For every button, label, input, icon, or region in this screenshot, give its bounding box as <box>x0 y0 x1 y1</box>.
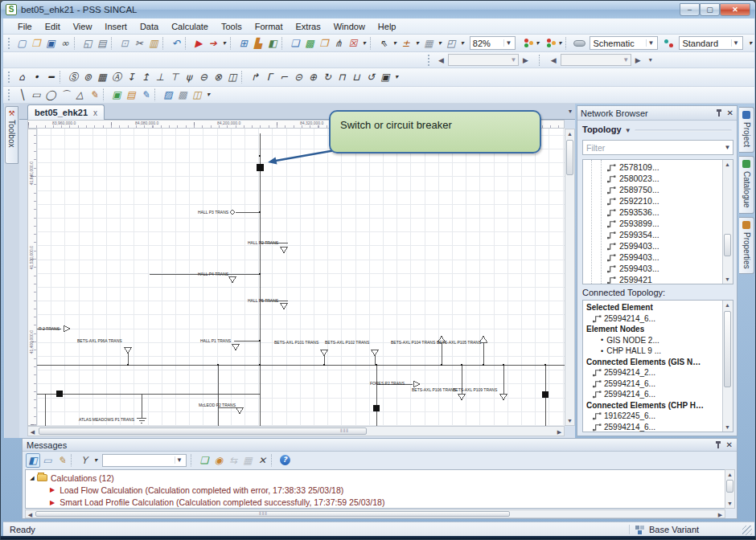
element-tool-button[interactable]: ⊕ <box>306 70 320 84</box>
element-tool-button[interactable]: ▦ <box>95 70 109 84</box>
menu-item[interactable]: Edit <box>39 20 67 33</box>
side-panel-tab[interactable]: Catalogue <box>739 156 754 214</box>
toolbar-grip[interactable] <box>8 38 11 49</box>
element-tool-button[interactable]: • <box>29 70 43 84</box>
canvas-horizontal-scrollbar[interactable]: ◀ ⦀⦀⦀ ▶ <box>27 426 565 436</box>
minimize-button[interactable]: – <box>680 3 700 16</box>
drawing-tool-button[interactable]: ▤ <box>124 88 138 102</box>
toolbar-button[interactable]: ▾ <box>360 36 368 51</box>
scroll-right-icon[interactable]: ▶ <box>555 428 564 436</box>
element-label[interactable]: BETS-AXL P101 TRANS <box>274 340 318 345</box>
toolbar-button[interactable]: ◰ <box>444 36 458 51</box>
title-bar[interactable]: S bet05_ehk21 - PSS SINCAL – ▢ ✕ <box>1 1 755 18</box>
drawing-tool-button[interactable] <box>103 88 108 101</box>
toolbar-button[interactable] <box>74 37 79 50</box>
messages-filter-combo[interactable]: ▼ <box>102 454 187 467</box>
toolbar-button[interactable]: ❒ <box>29 36 43 51</box>
element-label[interactable]: McLEOD P2 TRANS <box>199 403 236 407</box>
menu-item[interactable]: Data <box>134 20 165 33</box>
toolbar-button[interactable]: ▾ <box>458 36 466 51</box>
element-label[interactable]: BETS-AXL P105 TRANS <box>437 340 481 345</box>
element-tool-button[interactable]: ⊓ <box>335 70 349 84</box>
connected-topology-item[interactable]: • 25994214_6... <box>583 313 733 325</box>
toolbar-button[interactable] <box>162 37 167 50</box>
messages-toolbar-button[interactable]: ◉ <box>212 453 226 468</box>
drawing-tool-button[interactable]: ╲ <box>14 88 29 102</box>
resize-grip[interactable] <box>742 526 752 535</box>
canvas-vertical-scrollbar[interactable]: ▲ ▼ <box>565 129 575 426</box>
toolbar-button[interactable]: ▥ <box>146 36 161 51</box>
topology-tree-item[interactable]: 2593899... <box>583 218 733 229</box>
element-tool-button[interactable]: ⊗ <box>211 70 225 84</box>
topology-tree-item[interactable]: 2599403... <box>583 252 733 263</box>
element-label[interactable]: ATLAS MEADOWS P1 TRANS <box>79 417 134 422</box>
scrollbar-thumb[interactable] <box>35 511 510 517</box>
toolbar-button[interactable] <box>565 37 570 50</box>
toolbar-button[interactable]: ◱ <box>80 36 95 51</box>
messages-toolbar-button[interactable]: ▭ <box>40 453 55 468</box>
scroll-up-icon[interactable]: ▲ <box>723 301 732 309</box>
schematic-drawing[interactable] <box>37 129 565 426</box>
message-row[interactable]: ▶ Smart Load Profile Calculation (Calcul… <box>27 497 725 509</box>
element-label[interactable]: HALL P3 TRANS <box>198 210 228 215</box>
style-combo[interactable]: Standard ▼ <box>679 36 743 50</box>
toolbox-panel-tab[interactable]: ⚒ Toolbox <box>5 106 18 164</box>
drawing-tool-button[interactable]: △ <box>72 88 87 102</box>
connected-topology-item[interactable]: • 25994214_6... <box>583 389 733 400</box>
nav-next-icon[interactable]: ▶ <box>519 56 532 64</box>
chevron-down-icon[interactable]: ▼ <box>622 56 631 63</box>
connected-topology-item[interactable]: • GIS NODE 2... <box>583 335 733 346</box>
topology-tree-item[interactable]: 2592210... <box>583 195 733 207</box>
toolbar-button[interactable] <box>185 37 190 50</box>
variant-indicator[interactable]: Base Variant <box>635 525 699 534</box>
toolbar-button[interactable]: ▾ <box>220 36 228 51</box>
toolbar-button[interactable] <box>230 37 235 50</box>
element-tool-button[interactable]: ⊤ <box>167 70 182 84</box>
toolbar-button[interactable]: ▙ <box>251 36 265 51</box>
topology-tree-item[interactable]: 2578109... <box>583 162 733 173</box>
zoom-level-combo[interactable]: 82% ▼ <box>470 36 516 50</box>
chevron-down-icon[interactable]: ▼ <box>509 56 518 63</box>
scroll-up-icon[interactable]: ▲ <box>565 129 574 138</box>
drawing-tool-button[interactable]: ▣ <box>109 88 124 102</box>
scroll-down-icon[interactable]: ▼ <box>565 416 574 425</box>
topology-filter-combo[interactable]: ▼ <box>582 140 733 155</box>
element-tool-button[interactable]: Ⓐ <box>109 70 124 84</box>
toolbar-button[interactable]: ▾ <box>746 36 754 51</box>
toolbar-button[interactable]: ◧ <box>265 36 280 51</box>
scroll-left-icon[interactable]: ◀ <box>26 510 35 519</box>
topology-section-header[interactable]: Topology ▼ <box>577 121 737 137</box>
scroll-left-icon[interactable]: ◀ <box>28 428 37 436</box>
side-panel-tab[interactable]: Properties <box>739 217 754 275</box>
topology-tree-item[interactable]: 2599403... <box>583 263 733 274</box>
element-tool-button[interactable]: ⊖ <box>196 70 211 84</box>
connected-topology-item[interactable]: • 25994214_2... <box>583 367 733 378</box>
document-tab[interactable]: bet05_ehk21 x <box>27 104 105 120</box>
toolbar-button[interactable] <box>541 36 556 51</box>
toolbar-button[interactable]: ▾ <box>436 36 444 51</box>
element-tool-button[interactable]: ⌂ <box>14 70 29 84</box>
element-tool-button[interactable]: ↺ <box>364 70 378 84</box>
element-label[interactable]: HALL P1 TRANS <box>200 338 231 343</box>
messages-toolbar-button[interactable]: Y <box>77 453 92 468</box>
scroll-up-icon[interactable]: ▲ <box>723 160 732 169</box>
pin-icon[interactable] <box>716 109 722 117</box>
close-panel-icon[interactable]: ✕ <box>727 109 733 117</box>
connected-topology-item[interactable]: • Element Nodes <box>583 324 733 335</box>
element-label[interactable]: R 2 TRANS <box>39 326 60 331</box>
menu-item[interactable]: Insert <box>98 20 134 33</box>
chevron-down-icon[interactable]: ▼ <box>175 456 183 464</box>
topology-tree-item[interactable]: 2599354... <box>583 229 733 240</box>
topology-tree-item[interactable]: 2580023... <box>583 173 733 184</box>
messages-group-row[interactable]: ◢ Calculations (12) <box>27 472 725 484</box>
scrollbar-thumb[interactable] <box>39 428 367 435</box>
element-tool-button[interactable]: ━ <box>43 70 58 84</box>
menu-item[interactable]: Format <box>249 20 290 33</box>
messages-toolbar-button[interactable]: ◧ <box>26 453 40 468</box>
drawing-tool-button[interactable]: ◯ <box>43 88 58 102</box>
element-tool-button[interactable]: ▣ <box>378 70 392 84</box>
nav-combo-1[interactable]: ▼ <box>448 54 519 66</box>
element-tool-button[interactable]: ◫ <box>225 70 240 84</box>
toolbar-grip[interactable] <box>8 89 11 100</box>
toolbar-button[interactable]: ➔ <box>206 36 220 51</box>
